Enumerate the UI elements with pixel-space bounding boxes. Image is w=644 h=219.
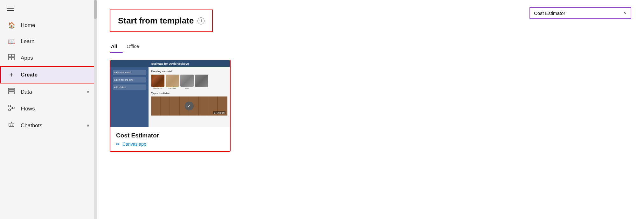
svg-point-14 [12,125,13,126]
app-mockup-sidebar-item-2: Select flooring style [113,77,146,83]
svg-point-9 [9,109,10,111]
app-mockup-sidebar-item-3: Add photos [113,84,146,90]
tile-extra [195,75,208,89]
svg-point-7 [9,105,10,107]
section-header: Start from template ℹ [110,10,213,32]
app-mockup-sidebar-item-1: Basic information [113,70,146,75]
search-input[interactable] [534,10,623,16]
sidebar-item-apps[interactable]: Apps [0,50,97,66]
tile-laminate: Laminate [166,75,179,89]
chatbots-icon [8,122,15,129]
tabs-container: All Office [110,41,631,52]
learn-icon: 📖 [8,38,15,45]
svg-rect-12 [9,123,14,127]
app-mockup-bottom: ✓ $7.39/sq ft [151,96,227,116]
search-box-container: × [530,7,631,19]
tile-vinyl: Vinyl [180,75,194,89]
main-content: × Start from template ℹ All Office Estim… [97,0,644,219]
types-available-label: Types available [151,92,227,95]
flooring-material-label: Flooring material [151,70,227,73]
canvas-app-icon: ✏ [116,142,120,147]
app-mockup-header: Estimate for David Veskovo [110,60,230,67]
sidebar: 🏠 Home 📖 Learn Apps + Create [0,0,97,219]
tile-wood: Hardwood [151,75,164,89]
data-chevron-icon: ∨ [87,90,90,94]
flooring-tiles: Hardwood Laminate Vinyl [151,75,227,89]
app-mockup-sidebar: Basic information Select flooring style … [110,67,149,127]
sidebar-item-create[interactable]: + Create [0,66,97,83]
chatbots-chevron-icon: ∨ [87,123,90,128]
sidebar-item-label-home: Home [21,22,90,29]
svg-point-16 [11,122,12,123]
apps-icon [8,54,15,62]
cards-grid: Estimate for David Veskovo Basic informa… [110,60,631,152]
flows-icon [8,105,15,113]
sidebar-item-label-chatbots: Chatbots [21,123,81,129]
home-icon: 🏠 [8,22,15,29]
sidebar-item-label-create: Create [21,72,90,78]
sidebar-item-data[interactable]: Data ∨ [0,83,97,100]
svg-line-10 [10,106,12,108]
app-mockup-main-area: Flooring material Hardwood Laminate [149,67,230,127]
svg-rect-4 [9,88,14,90]
section-title: Start from template [118,16,194,26]
search-box: × [530,7,631,19]
sidebar-scrollbar[interactable] [94,0,97,219]
svg-point-13 [10,125,11,126]
app-mockup: Estimate for David Veskovo Basic informa… [110,60,230,127]
svg-rect-3 [12,57,14,60]
svg-rect-2 [9,57,11,60]
sidebar-item-chatbots[interactable]: Chatbots ∨ [0,117,97,134]
svg-rect-5 [9,90,14,91]
tab-office[interactable]: Office [125,41,145,52]
app-mockup-body: Basic information Select flooring style … [110,67,230,127]
sidebar-item-home[interactable]: 🏠 Home [0,17,97,33]
info-icon[interactable]: ℹ [197,17,204,24]
card-image-cost-estimator: Estimate for David Veskovo Basic informa… [110,60,230,127]
sidebar-item-label-apps: Apps [21,55,90,61]
sidebar-item-label-learn: Learn [21,38,90,45]
data-icon [8,88,15,96]
svg-rect-6 [9,92,14,94]
hamburger-button[interactable] [6,4,15,12]
sidebar-item-flows[interactable]: Flows [0,100,97,117]
sidebar-scrollbar-thumb [94,0,97,19]
search-clear-button[interactable]: × [623,10,627,16]
card-title: Cost Estimator [116,132,224,139]
sidebar-item-learn[interactable]: 📖 Learn [0,33,97,50]
svg-rect-0 [9,54,11,57]
svg-line-11 [10,108,12,110]
price-label: $7.39/sq ft [213,111,225,114]
tab-all[interactable]: All [110,41,123,52]
checkmark-icon: ✓ [185,102,194,110]
create-icon: + [8,71,15,79]
sidebar-nav: 🏠 Home 📖 Learn Apps + Create [0,17,97,136]
template-card-cost-estimator[interactable]: Estimate for David Veskovo Basic informa… [110,60,231,152]
sidebar-item-label-flows: Flows [21,106,90,112]
svg-point-8 [12,107,14,109]
card-meta-type: Canvas app [122,142,146,147]
card-meta: ✏ Canvas app [116,142,224,147]
sidebar-item-label-data: Data [21,89,81,95]
svg-rect-1 [12,54,14,57]
card-body-cost-estimator: Cost Estimator ✏ Canvas app [110,127,230,151]
